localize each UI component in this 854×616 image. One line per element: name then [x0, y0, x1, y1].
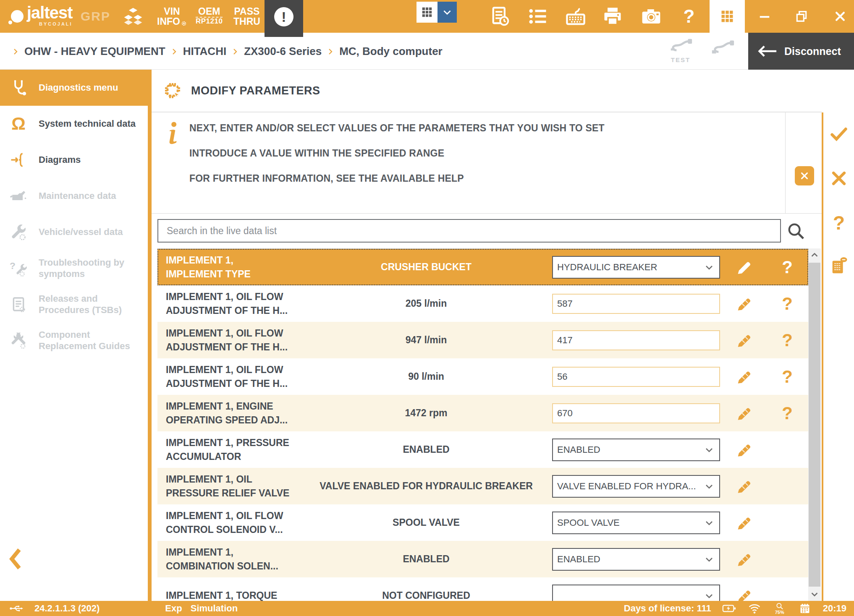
divider — [152, 213, 822, 214]
help-rail-button[interactable]: ? — [828, 212, 849, 233]
module-grid-icon[interactable] — [417, 2, 437, 23]
table-row[interactable]: IMPLEMENT 1, OIL FLOW ADJUSTMENT OF THE … — [157, 358, 808, 395]
window-restore-button[interactable] — [792, 4, 811, 29]
table-row[interactable]: IMPLEMENT 1, OIL PRESSURE RELIEF VALVE V… — [157, 468, 808, 504]
help-icon[interactable]: ? — [782, 368, 793, 386]
param-current-value: ENABLED — [300, 553, 552, 565]
back-chevron-button[interactable] — [8, 548, 26, 570]
help-icon[interactable]: ? — [782, 405, 793, 422]
chevron-down-icon — [704, 591, 714, 601]
chevron-down-icon — [704, 518, 714, 528]
edit-pencil-icon[interactable] — [736, 478, 753, 495]
help-button[interactable]: ? — [677, 4, 701, 29]
list-button[interactable] — [526, 4, 550, 29]
breadcrumb-item[interactable]: MC, Body computer — [339, 45, 443, 58]
window-close-button[interactable] — [830, 4, 850, 29]
info-line: INTRODUCE A VALUE WITHIN THE SPECIFIED R… — [189, 148, 605, 159]
param-select[interactable]: SPOOL VALVE — [552, 512, 720, 534]
param-value-input[interactable] — [552, 403, 720, 423]
scrollbar-thumb[interactable] — [809, 263, 820, 587]
disconnect-button[interactable]: Disconnect — [748, 33, 854, 70]
param-select[interactable]: ENABLED — [552, 548, 720, 571]
edit-pencil-icon[interactable] — [736, 587, 753, 601]
param-value-input[interactable] — [552, 294, 720, 314]
table-row[interactable]: IMPLEMENT 1, ENGINE OPERATING SPEED ADJ.… — [157, 395, 808, 431]
param-value-input[interactable] — [552, 367, 720, 387]
window-minimize-button[interactable] — [755, 4, 774, 29]
select-value: ENABLED — [557, 554, 600, 565]
edit-pencil-icon[interactable] — [736, 551, 753, 568]
table-row[interactable]: IMPLEMENT 1, OIL FLOW CONTROL SOLENOID V… — [157, 504, 808, 541]
document-icon — [9, 295, 28, 313]
wrench-globe-icon — [9, 223, 28, 241]
param-current-value: 90 l/min — [300, 371, 552, 382]
sidebar-item-label: Diagrams — [39, 154, 81, 166]
breadcrumb-item[interactable]: OHW - HEAVY EQUIPMENT — [24, 45, 165, 58]
help-icon[interactable]: ? — [782, 331, 793, 349]
cancel-button[interactable] — [828, 168, 849, 189]
table-row[interactable]: IMPLEMENT 1, PRESSURE ACCUMULATOR ENABLE… — [157, 431, 808, 468]
chevron-down-icon — [442, 7, 453, 18]
sidebar-item-label: Vehicle/vessel data — [39, 226, 123, 238]
table-row[interactable]: IMPLEMENT 1, COMBINATION SOLEN... ENABLE… — [157, 541, 808, 577]
apply-button[interactable] — [828, 123, 849, 144]
chip-parameters-icon — [162, 81, 183, 101]
edit-pencil-icon[interactable] — [736, 441, 753, 459]
edit-pencil-icon[interactable] — [736, 368, 753, 386]
chevron-right-icon — [170, 48, 178, 55]
table-row[interactable]: IMPLEMENT 1, TORQUE NOT CONFIGURED — [157, 577, 808, 601]
camera-button[interactable] — [639, 4, 663, 29]
sidebar-item-diagrams[interactable]: Diagrams — [0, 142, 148, 178]
report-document-button[interactable] — [488, 4, 512, 29]
vertical-scrollbar[interactable] — [808, 248, 821, 601]
param-name: IMPLEMENT 1, IMPLEMENT TYPE — [157, 253, 300, 280]
search-input[interactable] — [157, 219, 781, 243]
edit-pencil-icon[interactable] — [736, 331, 753, 349]
zoom-level-indicator[interactable]: 75% — [773, 602, 787, 615]
edit-pencil-icon[interactable] — [736, 405, 753, 422]
calendar-icon[interactable] — [798, 602, 812, 615]
param-current-value: SPOOL VALVE — [300, 517, 552, 528]
connection-status-icons: TEST — [668, 36, 736, 63]
pass-thru-button[interactable]: PASS THRU — [233, 6, 260, 26]
sidebar-item-diagnostics-menu[interactable]: Diagnostics menu — [0, 70, 148, 106]
param-select[interactable]: VALVE ENABLED FOR HYDRA... — [552, 475, 720, 498]
module-dropdown-button[interactable] — [437, 2, 457, 23]
param-select[interactable]: HYDRAULIC BREAKER — [552, 256, 720, 279]
breadcrumb-item[interactable]: ZX300-6 Series — [244, 45, 322, 58]
help-icon[interactable]: ? — [782, 258, 793, 276]
sidebar-item-label: Diagnostics menu — [39, 82, 118, 94]
param-value-input[interactable] — [552, 330, 720, 350]
search-icon[interactable] — [786, 222, 806, 241]
oem-rp1210-button[interactable]: OEM RP1210 — [196, 6, 223, 25]
vin-info-button[interactable]: VIN INFO — [157, 6, 187, 26]
param-select[interactable] — [552, 585, 720, 601]
scroll-up-button[interactable] — [808, 248, 821, 262]
gear-icon — [181, 21, 187, 26]
cubes-icon[interactable] — [121, 5, 145, 29]
mode-simulation-label: Simulation — [191, 603, 238, 614]
param-select[interactable]: ENABLED — [552, 439, 720, 461]
close-icon — [800, 171, 809, 180]
chevron-right-icon — [231, 48, 239, 55]
table-row[interactable]: IMPLEMENT 1, OIL FLOW ADJUSTMENT OF THE … — [157, 285, 808, 322]
apps-grid-button[interactable] — [710, 0, 745, 33]
live-data-report-button[interactable] — [828, 255, 849, 276]
breadcrumb-item[interactable]: HITACHI — [183, 45, 227, 58]
scroll-down-button[interactable] — [808, 587, 821, 601]
module-switcher[interactable] — [417, 2, 457, 23]
edit-pencil-icon[interactable] — [736, 295, 753, 313]
help-icon[interactable]: ? — [782, 295, 793, 313]
printer-button[interactable] — [600, 4, 625, 29]
table-row[interactable]: IMPLEMENT 1, OIL FLOW ADJUSTMENT OF THE … — [157, 322, 808, 358]
fault-alert-tab[interactable]: ! — [265, 0, 303, 37]
edit-pencil-icon[interactable] — [736, 514, 753, 532]
sidebar-item-system-technical-data[interactable]: Ω System technical data — [0, 106, 148, 142]
version-label: 24.2.1.1.3 (202) — [34, 603, 100, 614]
section-header: MODIFY PARAMETERS — [152, 70, 822, 112]
table-row[interactable]: IMPLEMENT 1, IMPLEMENT TYPE CRUSHER BUCK… — [157, 249, 808, 285]
keyboard-button[interactable] — [563, 4, 588, 29]
edit-pencil-icon[interactable] — [736, 258, 753, 276]
select-value: ENABLED — [557, 444, 600, 455]
close-info-button[interactable] — [795, 166, 814, 185]
